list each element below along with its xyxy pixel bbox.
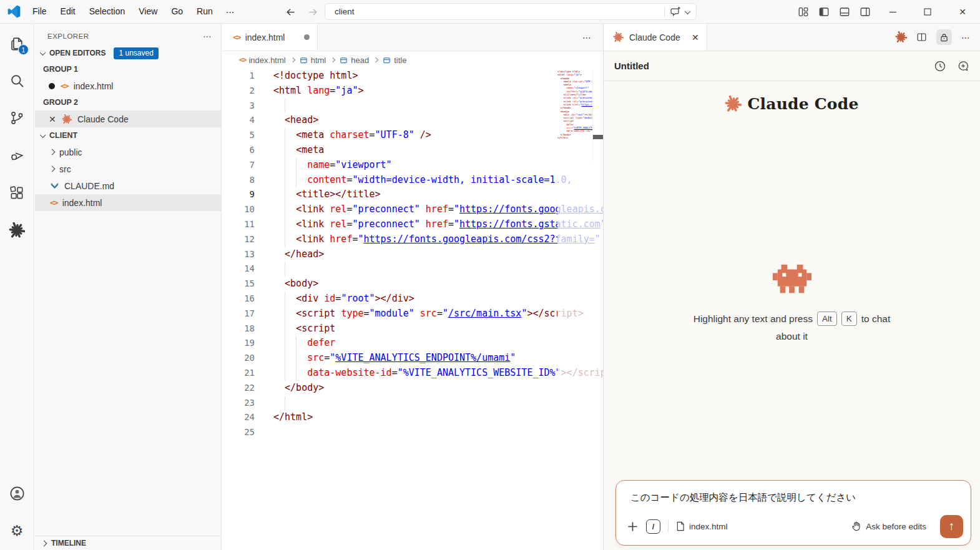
- account-icon[interactable]: [3, 479, 31, 508]
- folder-src[interactable]: src: [35, 160, 221, 177]
- attached-file-chip[interactable]: index.html: [676, 521, 728, 531]
- chat-sparkle-icon[interactable]: [670, 6, 682, 17]
- breadcrumb-symbol-head[interactable]: head: [340, 56, 369, 65]
- file-claude-md[interactable]: CLAUDE.md: [35, 177, 221, 194]
- search-icon[interactable]: [3, 66, 31, 95]
- chat-input[interactable]: このコードの処理内容を日本語で説明してください: [630, 491, 958, 504]
- folder-public[interactable]: public: [35, 144, 221, 160]
- command-center-search[interactable]: client: [325, 3, 697, 20]
- code-line[interactable]: 18 <script: [222, 322, 603, 336]
- code-text: </body>: [273, 381, 324, 396]
- explorer-icon[interactable]: 1: [3, 29, 31, 57]
- code-line[interactable]: 21 data-website-id="%VITE_ANALYTICS_WEBS…: [222, 366, 603, 381]
- editor-actions-more-button[interactable]: ⋯: [582, 32, 603, 42]
- close-tab-icon[interactable]: ✕: [692, 32, 699, 42]
- history-clock-icon[interactable]: [934, 60, 946, 72]
- toggle-primary-sidebar-icon[interactable]: [813, 0, 834, 24]
- chevron-down-icon[interactable]: [685, 7, 690, 16]
- claude-starburst-icon: [725, 96, 742, 112]
- code-line[interactable]: 8 content="width=device-width, initial-s…: [222, 173, 603, 188]
- breadcrumb-file[interactable]: <> index.html: [239, 56, 286, 65]
- menu-run[interactable]: Run: [190, 3, 220, 20]
- code-line[interactable]: 20 src="%VITE_ANALYTICS_ENDPOINT%/umami": [222, 351, 603, 366]
- code-line[interactable]: 12 <link href="https://fonts.googleapis.…: [222, 232, 603, 247]
- breadcrumb-symbol-html[interactable]: html: [300, 56, 326, 65]
- code-line[interactable]: 24</html>: [222, 410, 603, 425]
- timeline-section-header[interactable]: TIMELINE: [35, 536, 221, 550]
- timeline-label: TIMELINE: [51, 539, 86, 548]
- code-line[interactable]: 2<html lang="ja">: [222, 84, 603, 99]
- open-editor-index-html[interactable]: <> index.html: [35, 77, 221, 94]
- code-line[interactable]: 14: [222, 262, 603, 277]
- open-editor-claude-code[interactable]: ✕ Claude Code: [35, 110, 221, 127]
- claude-activity-icon[interactable]: [3, 216, 31, 245]
- indent-guide: [285, 307, 285, 322]
- send-button[interactable]: ↑: [940, 515, 963, 538]
- claude-action-icon[interactable]: [895, 31, 907, 43]
- code-line[interactable]: 19 defer: [222, 336, 603, 351]
- workspace-section-header[interactable]: CLIENT: [35, 127, 221, 144]
- code-line[interactable]: 4 <head>: [222, 113, 603, 128]
- code-line[interactable]: 3: [222, 99, 603, 114]
- extensions-icon[interactable]: [3, 179, 31, 207]
- claude-more-button[interactable]: ⋯: [961, 32, 971, 42]
- code-line[interactable]: 9 <title></title>: [222, 187, 603, 202]
- tab-index-html[interactable]: <> index.html: [222, 24, 318, 51]
- hint-message: Highlight any text and press Alt K to ch…: [604, 312, 980, 342]
- breadcrumb-symbol-title[interactable]: title: [383, 56, 406, 65]
- file-index-html[interactable]: <> index.html: [35, 194, 221, 211]
- toggle-secondary-sidebar-icon[interactable]: [855, 0, 875, 24]
- editor-tab-bar: <> index.html ⋯: [222, 24, 603, 51]
- indent-guide: [285, 292, 285, 307]
- code-line[interactable]: 17 <script type="module" src="/src/main.…: [222, 307, 603, 322]
- open-editor-label: Claude Code: [77, 114, 129, 124]
- menu-edit[interactable]: Edit: [54, 3, 82, 20]
- modified-dot-icon[interactable]: [49, 83, 55, 89]
- line-number: 15: [222, 277, 255, 292]
- new-chat-icon[interactable]: [957, 60, 969, 72]
- toggle-panel-icon[interactable]: [834, 0, 855, 24]
- run-debug-icon[interactable]: [3, 141, 31, 170]
- tab-claude-code[interactable]: Claude Code ✕: [604, 24, 707, 51]
- code-line[interactable]: 7 name="viewport": [222, 158, 603, 173]
- split-editor-icon[interactable]: [916, 32, 927, 42]
- indent-guide: [285, 366, 285, 381]
- code-line[interactable]: 22 </body>: [222, 381, 603, 396]
- close-icon[interactable]: ✕: [49, 114, 56, 124]
- menu-selection[interactable]: Selection: [82, 3, 132, 20]
- lock-icon[interactable]: [936, 29, 952, 45]
- code-line[interactable]: 11 <link rel="preconnect" href="https://…: [222, 217, 603, 232]
- menu-go[interactable]: Go: [164, 3, 190, 20]
- close-window-button[interactable]: ✕: [945, 0, 980, 24]
- chevron-right-icon: [49, 166, 56, 172]
- code-line[interactable]: 5 <meta charset="UTF-8" />: [222, 128, 603, 143]
- code-text: <link rel="preconnect" href="https://fon…: [273, 202, 603, 217]
- modified-dot-icon[interactable]: [304, 34, 310, 40]
- scrollbar-handle[interactable]: [593, 135, 603, 139]
- settings-gear-icon[interactable]: ⚙: [3, 516, 31, 545]
- minimize-button[interactable]: [875, 0, 910, 24]
- source-control-icon[interactable]: [3, 104, 31, 132]
- code-line[interactable]: 13 </head>: [222, 247, 603, 262]
- menu-view[interactable]: View: [132, 3, 164, 20]
- explorer-more-button[interactable]: ⋯: [203, 31, 212, 41]
- back-arrow-icon[interactable]: [282, 4, 298, 20]
- maximize-button[interactable]: [910, 0, 945, 24]
- menu-file[interactable]: File: [26, 3, 54, 20]
- minimap[interactable]: <!doctype html><html lang="ja"> <head> <…: [557, 70, 593, 160]
- customize-layout-icon[interactable]: [793, 0, 813, 24]
- code-editor[interactable]: 1<!doctype html>2<html lang="ja">34 <hea…: [222, 69, 603, 550]
- code-line[interactable]: 1<!doctype html>: [222, 69, 603, 84]
- code-line[interactable]: 25: [222, 425, 603, 440]
- permission-mode-toggle[interactable]: Ask before edits: [851, 521, 926, 531]
- code-line[interactable]: 16 <div id="root"></div>: [222, 292, 603, 307]
- code-line[interactable]: 15 <body>: [222, 277, 603, 292]
- open-editors-header[interactable]: OPEN EDITORS 1 unsaved: [35, 45, 221, 61]
- menu-overflow-button[interactable]: ⋯: [220, 7, 242, 17]
- attach-plus-icon[interactable]: [627, 521, 639, 533]
- code-line[interactable]: 10 <link rel="preconnect" href="https://…: [222, 202, 603, 217]
- code-line[interactable]: 6 <meta: [222, 143, 603, 158]
- line-number: 13: [222, 247, 255, 262]
- slash-commands-icon[interactable]: /: [646, 519, 660, 534]
- code-line[interactable]: 23: [222, 396, 603, 411]
